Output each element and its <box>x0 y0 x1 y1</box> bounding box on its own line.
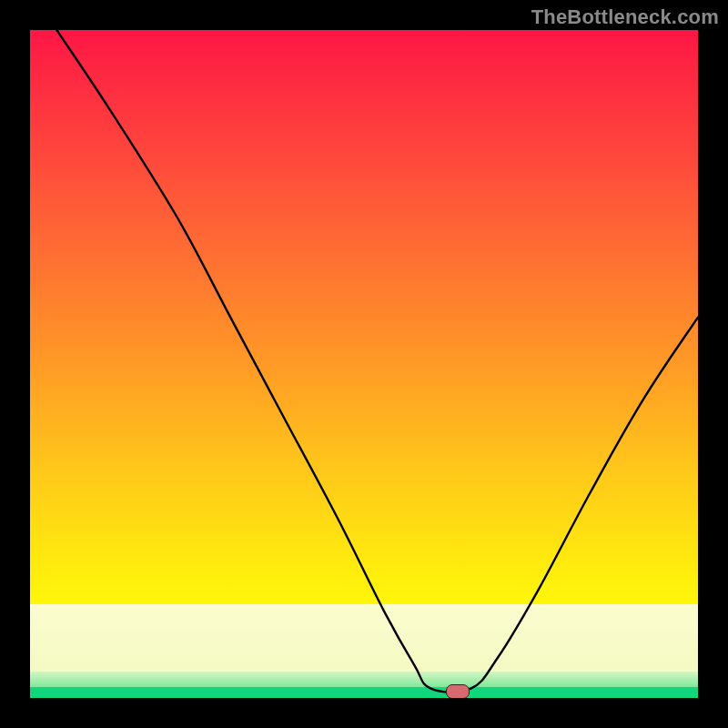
watermark-text: TheBottleneck.com <box>531 5 719 29</box>
curve-svg <box>30 30 698 698</box>
optimum-marker <box>446 684 470 698</box>
chart-stage: TheBottleneck.com <box>0 0 728 728</box>
bottleneck-curve <box>56 30 698 693</box>
plot-area <box>30 30 698 698</box>
